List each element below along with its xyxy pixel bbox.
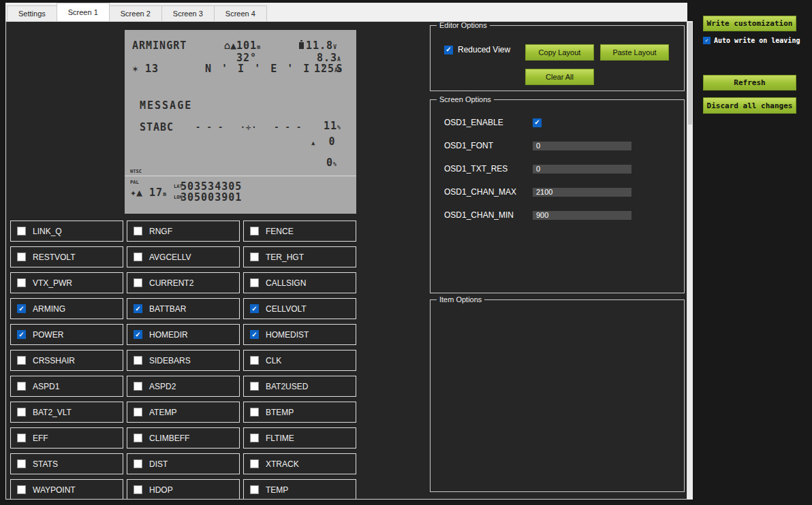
item-checkbox[interactable] (134, 278, 142, 287)
osd-throttle[interactable]: 0% (326, 158, 337, 168)
item-checkbox[interactable] (17, 356, 26, 365)
osd-item-btemp[interactable]: BTEMP (243, 402, 356, 423)
item-checkbox[interactable] (17, 253, 26, 261)
copy-layout-button[interactable]: Copy Layout (525, 44, 594, 61)
osd-item-stats[interactable]: STATS (10, 453, 123, 474)
osd-item-aspd2[interactable]: ASPD2 (127, 376, 240, 397)
item-checkbox[interactable] (134, 434, 142, 442)
item-checkbox[interactable] (250, 304, 259, 313)
osd-home-altitude[interactable]: ⌂▲101m (224, 41, 260, 51)
osd-heading[interactable]: 32° (236, 53, 257, 63)
osd-item-rngf[interactable]: RNGF (127, 221, 240, 242)
tab-screen-2[interactable]: Screen 2 (109, 5, 162, 21)
scrollbar-thumb[interactable] (688, 22, 692, 125)
item-checkbox[interactable] (250, 459, 259, 468)
osd-latitude[interactable]: 503534305 (181, 182, 242, 192)
osd-vertical-speed[interactable]: ▲ 0 (311, 137, 336, 147)
auto-write-checkbox[interactable] (703, 37, 710, 44)
item-checkbox[interactable] (17, 278, 26, 287)
item-checkbox[interactable] (134, 382, 142, 391)
osd-item-xtrack[interactable]: XTRACK (243, 453, 356, 474)
clear-all-button[interactable]: Clear All (525, 69, 594, 85)
osd-item-temp[interactable]: TEMP (243, 479, 356, 500)
osd-item-sidebars[interactable]: SIDEBARS (127, 350, 240, 371)
osd1_font-slider[interactable]: 0 (533, 142, 631, 150)
osd-message[interactable]: MESSAGE (140, 101, 192, 111)
osd-longitude[interactable]: 305003901 (181, 193, 242, 203)
osd1_chan_min-slider[interactable]: 900 (533, 211, 631, 220)
item-checkbox[interactable] (134, 304, 142, 313)
item-checkbox[interactable] (250, 278, 259, 287)
item-checkbox[interactable] (134, 408, 142, 417)
item-checkbox[interactable] (17, 459, 26, 468)
osd-item-hdop[interactable]: HDOP (127, 479, 240, 500)
osd-rssi[interactable]: 11% (324, 121, 341, 131)
osd-item-aspd1[interactable]: ASPD1 (10, 376, 123, 397)
osd-item-dist[interactable]: DIST (127, 453, 240, 474)
write-customization-button[interactable]: Write customization (703, 16, 796, 31)
item-checkbox[interactable] (134, 227, 142, 235)
refresh-button[interactable]: Refresh (703, 75, 796, 91)
osd-item-waypoint[interactable]: WAYPOINT (10, 479, 123, 500)
reduced-view-checkbox[interactable] (444, 46, 453, 54)
reduced-view-row[interactable]: Reduced View (444, 45, 510, 54)
osd-item-bat2_vlt[interactable]: BAT2_VLT (10, 402, 123, 423)
osd-battery-voltage[interactable]: 11.8V (299, 41, 337, 51)
tab-screen-1[interactable]: Screen 1 (57, 3, 110, 21)
osd-item-current2[interactable]: CURRENT2 (127, 272, 240, 293)
osd-item-eff[interactable]: EFF (10, 427, 123, 449)
osd-item-bat2used[interactable]: BAT2USED (243, 376, 356, 397)
osd-item-fltime[interactable]: FLTIME (243, 427, 356, 449)
osd-item-homedir[interactable]: HOMEDIR (127, 324, 240, 345)
item-checkbox[interactable] (134, 485, 142, 494)
osd1_txt_res-slider[interactable]: 0 (533, 165, 631, 174)
osd-item-power[interactable]: POWER (10, 324, 123, 345)
osd-item-link_q[interactable]: LINK_Q (10, 221, 123, 242)
item-checkbox[interactable] (250, 330, 259, 339)
item-checkbox[interactable] (17, 434, 26, 442)
osd-mah-used[interactable]: 125Ah (314, 64, 341, 74)
osd-wind[interactable]: ✦▲ 17m (130, 188, 166, 198)
tab-screen-4[interactable]: Screen 4 (214, 5, 267, 21)
osd-current[interactable]: 8.3A (317, 53, 341, 63)
item-checkbox[interactable] (134, 356, 142, 365)
item-checkbox[interactable] (17, 485, 26, 494)
osd-item-homedist[interactable]: HOMEDIST (243, 324, 356, 345)
item-checkbox[interactable] (250, 227, 259, 235)
osd-item-battbar[interactable]: BATTBAR (127, 298, 240, 319)
item-checkbox[interactable] (250, 408, 259, 417)
item-checkbox[interactable] (17, 382, 26, 391)
osd-item-fence[interactable]: FENCE (243, 221, 356, 242)
item-checkbox[interactable] (17, 330, 26, 339)
osd-sat-count[interactable]: ✶ 13 (132, 64, 159, 74)
tab-screen-3[interactable]: Screen 3 (161, 5, 215, 21)
item-checkbox[interactable] (134, 459, 142, 468)
osd-item-vtx_pwr[interactable]: VTX_PWR (10, 272, 123, 293)
paste-layout-button[interactable]: Paste Layout (600, 44, 669, 61)
osd1_chan_max-slider[interactable]: 2100 (533, 188, 631, 197)
osd-item-crsshair[interactable]: CRSSHAIR (10, 350, 123, 371)
osd-arming-text[interactable]: ARMINGRT (132, 41, 187, 51)
osd-flight-mode[interactable]: STABC (140, 123, 174, 133)
osd-item-cellvolt[interactable]: CELLVOLT (243, 298, 356, 319)
item-checkbox[interactable] (250, 485, 259, 494)
auto-write-row[interactable]: Auto write on leaving (703, 37, 800, 44)
osd-item-arming[interactable]: ARMING (10, 298, 123, 319)
item-checkbox[interactable] (250, 434, 259, 442)
osd-item-atemp[interactable]: ATEMP (127, 402, 240, 423)
discard-all-changes-button[interactable]: Discard all changes (703, 97, 796, 114)
tab-settings[interactable]: Settings (7, 5, 57, 21)
item-checkbox[interactable] (17, 408, 26, 417)
osd-item-ter_hgt[interactable]: TER_HGT (243, 246, 356, 267)
osd1_enable-checkbox[interactable] (533, 118, 542, 127)
item-checkbox[interactable] (17, 304, 26, 313)
item-checkbox[interactable] (250, 382, 259, 391)
item-checkbox[interactable] (250, 253, 259, 261)
item-checkbox[interactable] (250, 356, 259, 365)
vertical-scrollbar[interactable] (687, 21, 693, 500)
osd-item-climbeff[interactable]: CLIMBEFF (127, 427, 240, 449)
osd-item-clk[interactable]: CLK (243, 350, 356, 371)
osd-item-avgcellv[interactable]: AVGCELLV (127, 246, 240, 267)
item-checkbox[interactable] (17, 227, 26, 235)
item-checkbox[interactable] (134, 253, 142, 261)
